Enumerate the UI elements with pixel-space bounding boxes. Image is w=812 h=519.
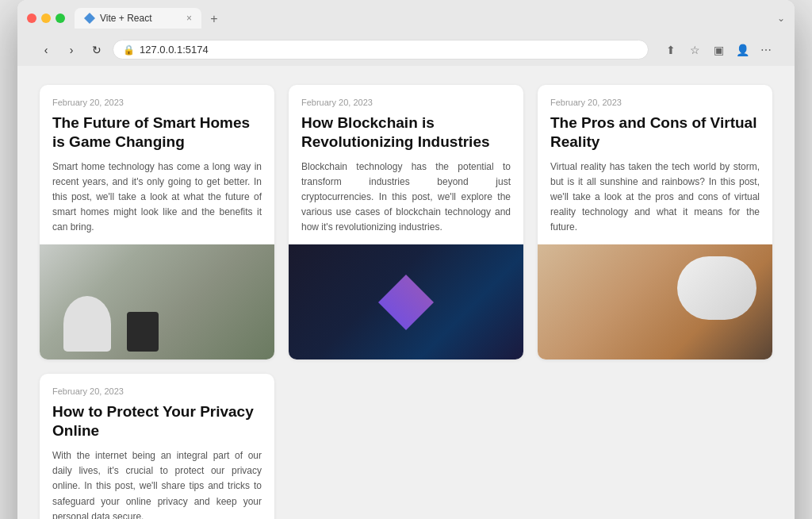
address-bar[interactable]: 🔒 127.0.0.1:5174 — [113, 40, 649, 60]
forward-button[interactable]: › — [62, 40, 81, 60]
blog-grid-top: February 20, 2023 The Future of Smart Ho… — [40, 85, 772, 359]
browser-window: Vite + React × + ⌄ ‹ › ↻ 🔒 127.0.0.1:517… — [17, 0, 795, 519]
blog-card-smart-home[interactable]: February 20, 2023 The Future of Smart Ho… — [40, 85, 274, 359]
share-button[interactable]: ⬆ — [661, 40, 680, 60]
profile-button[interactable]: 👤 — [733, 40, 752, 60]
active-tab[interactable]: Vite + React × — [75, 8, 201, 29]
card-content: February 20, 2023 How Blockchain is Revo… — [289, 85, 523, 244]
card-excerpt: Virtual reality has taken the tech world… — [550, 160, 760, 236]
card-date: February 20, 2023 — [301, 98, 511, 107]
tabs-bar: Vite + React × + — [75, 8, 777, 29]
blog-grid-bottom: February 20, 2023 How to Protect Your Pr… — [40, 374, 772, 519]
card-title: How Blockchain is Revolutionizing Indust… — [301, 113, 511, 152]
close-traffic-light[interactable] — [27, 13, 36, 23]
card-excerpt: With the internet being an integral part… — [52, 448, 262, 519]
back-button[interactable]: ‹ — [36, 40, 56, 60]
new-tab-button[interactable]: + — [205, 10, 224, 29]
browser-chrome: Vite + React × + ⌄ ‹ › ↻ 🔒 127.0.0.1:517… — [17, 0, 795, 66]
tab-close-button[interactable]: × — [186, 13, 192, 23]
card-content: February 20, 2023 The Future of Smart Ho… — [40, 85, 274, 244]
card-content: February 20, 2023 How to Protect Your Pr… — [40, 374, 274, 519]
card-image-vr — [538, 244, 772, 359]
card-date: February 20, 2023 — [52, 98, 262, 107]
tab-title: Vite + React — [100, 13, 182, 24]
reader-button[interactable]: ▣ — [709, 40, 728, 60]
minimize-traffic-light[interactable] — [41, 13, 51, 23]
bookmark-button[interactable]: ☆ — [685, 40, 704, 60]
card-date: February 20, 2023 — [52, 386, 262, 396]
refresh-button[interactable]: ↻ — [87, 40, 106, 60]
title-bar: Vite + React × + ⌄ — [27, 8, 785, 29]
window-chevron: ⌄ — [777, 13, 785, 24]
card-title: The Future of Smart Homes is Game Changi… — [52, 113, 262, 152]
card-date: February 20, 2023 — [550, 98, 760, 107]
tab-favicon-icon — [84, 13, 95, 24]
card-image-smart-home — [40, 244, 274, 359]
card-excerpt: Smart home technology has come a long wa… — [52, 160, 262, 236]
card-content: February 20, 2023 The Pros and Cons of V… — [538, 85, 772, 244]
blog-card-blockchain[interactable]: February 20, 2023 How Blockchain is Revo… — [289, 85, 523, 359]
maximize-traffic-light[interactable] — [56, 13, 65, 23]
traffic-lights — [27, 13, 65, 23]
card-image-blockchain — [289, 244, 523, 359]
nav-actions: ⬆ ☆ ▣ 👤 ⋯ — [661, 40, 776, 60]
address-protocol-icon: 🔒 — [123, 44, 135, 56]
blog-card-vr[interactable]: February 20, 2023 The Pros and Cons of V… — [538, 85, 772, 359]
more-button[interactable]: ⋯ — [756, 40, 776, 60]
card-title: How to Protect Your Privacy Online — [52, 402, 262, 440]
navigation-bar: ‹ › ↻ 🔒 127.0.0.1:5174 ⬆ ☆ ▣ 👤 ⋯ — [27, 35, 785, 66]
card-excerpt: Blockchain technology has the potential … — [301, 160, 511, 236]
address-text: 127.0.0.1:5174 — [140, 44, 209, 56]
blog-card-privacy[interactable]: February 20, 2023 How to Protect Your Pr… — [40, 374, 274, 519]
content-area: February 20, 2023 The Future of Smart Ho… — [17, 66, 795, 519]
card-title: The Pros and Cons of Virtual Reality — [550, 113, 760, 152]
